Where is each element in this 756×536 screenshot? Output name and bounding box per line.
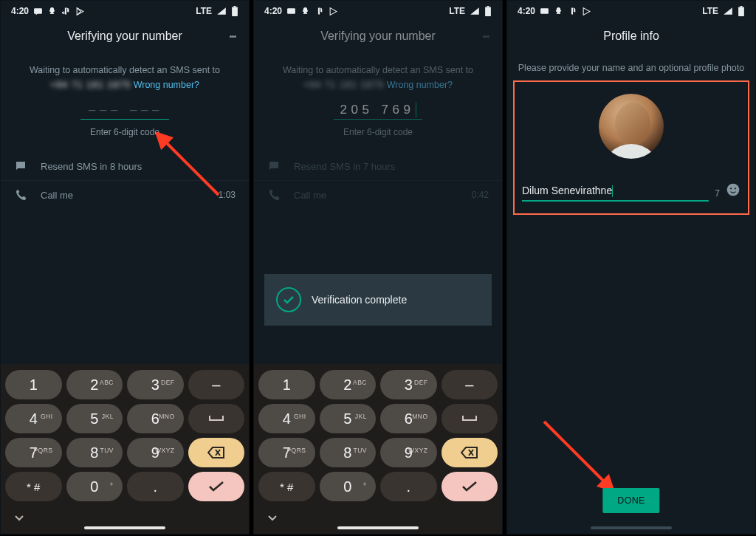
network-label: LTE: [702, 6, 718, 16]
clock: 4:20: [518, 6, 535, 16]
key-0[interactable]: 0+: [66, 472, 123, 501]
call-me-row[interactable]: Call me 1:03: [1, 180, 249, 209]
status-bar: 4:20 LTE: [254, 1, 502, 21]
key-9[interactable]: 9WXYZ: [380, 438, 437, 467]
wrong-number-link[interactable]: Wrong number?: [134, 80, 199, 90]
key-symbols[interactable]: * #: [5, 472, 62, 501]
network-label: LTE: [196, 6, 212, 16]
key-space[interactable]: [188, 404, 245, 433]
key-7[interactable]: 7PQRS: [258, 438, 315, 467]
key-2[interactable]: 2ABC: [320, 370, 377, 399]
svg-rect-7: [540, 8, 549, 14]
done-button[interactable]: DONE: [602, 488, 659, 513]
key-confirm[interactable]: [188, 472, 245, 501]
svg-rect-9: [740, 6, 742, 7]
annotation-highlight-box: Dilum Senevirathne 7: [513, 80, 749, 215]
emoji-picker-icon[interactable]: [726, 182, 740, 202]
key-1[interactable]: 1: [258, 370, 315, 399]
clock: 4:20: [11, 6, 29, 16]
code-hint: Enter 6-digit code: [1, 127, 249, 137]
svg-rect-5: [485, 7, 491, 16]
key-7[interactable]: 7PQRS: [5, 438, 62, 467]
header: Verifying your number: [1, 21, 249, 51]
clock: 4:20: [264, 6, 282, 16]
verification-toast: Verification complete: [264, 274, 492, 326]
key-period[interactable]: .: [127, 472, 184, 501]
key-5[interactable]: 5JKL: [320, 404, 377, 433]
resend-sms-row: Resend SMS in 7 hours: [254, 152, 502, 180]
snapchat-icon: [47, 7, 57, 16]
key-2[interactable]: 2ABC: [66, 370, 123, 399]
screen-verify-complete: 4:20 LTE Verifying your number Waiting t…: [253, 0, 503, 535]
key-symbols[interactable]: * #: [258, 472, 315, 501]
key-1[interactable]: 1: [5, 370, 62, 399]
svg-rect-0: [34, 8, 42, 14]
ps-icon: [568, 7, 577, 16]
svg-rect-8: [738, 7, 744, 16]
page-title: Verifying your number: [320, 30, 436, 43]
battery-icon: [231, 6, 238, 16]
key-confirm[interactable]: [441, 472, 498, 501]
key-0[interactable]: 0+: [320, 472, 377, 501]
key-6[interactable]: 6MNO: [380, 404, 437, 433]
phone-icon: [14, 188, 27, 202]
svg-point-12: [735, 188, 736, 189]
key-space[interactable]: [441, 404, 498, 433]
key-dash[interactable]: –: [188, 370, 245, 399]
code-input[interactable]: 205 769: [334, 103, 422, 120]
play-icon: [75, 7, 85, 16]
key-8[interactable]: 8TUV: [66, 438, 123, 467]
wrong-number-link[interactable]: Wrong number?: [387, 80, 453, 90]
key-3[interactable]: 3DEF: [380, 370, 437, 399]
keyboard-collapse-icon[interactable]: [14, 512, 24, 525]
svg-rect-6: [487, 6, 489, 7]
header: Verifying your number: [254, 21, 502, 51]
header: Profile info: [507, 21, 755, 51]
nav-bar: [591, 526, 672, 529]
key-9[interactable]: 9WXYZ: [127, 438, 184, 467]
check-icon: [461, 481, 478, 492]
sms-icon: [267, 159, 281, 173]
key-backspace[interactable]: [441, 438, 498, 467]
waiting-text: Waiting to automatically detect an SMS s…: [254, 63, 502, 92]
backspace-icon: [461, 447, 478, 458]
name-input[interactable]: Dilum Senevirathne: [522, 185, 709, 202]
msg-icon: [540, 7, 549, 16]
key-5[interactable]: 5JKL: [66, 404, 123, 433]
overflow-menu-icon[interactable]: [222, 26, 243, 47]
page-title: Verifying your number: [67, 30, 182, 43]
overflow-menu-icon[interactable]: [475, 26, 496, 47]
sms-icon: [14, 159, 27, 173]
signal-icon: [723, 7, 733, 16]
call-me-row: Call me 0:42: [254, 180, 502, 209]
network-label: LTE: [449, 6, 465, 16]
ps-icon: [61, 7, 71, 16]
waiting-text: Waiting to automatically detect an SMS s…: [1, 63, 249, 92]
key-3[interactable]: 3DEF: [127, 370, 184, 399]
code-input[interactable]: ––– –––: [80, 103, 169, 120]
checkmark-circle-icon: [276, 287, 301, 312]
code-hint: Enter 6-digit code: [254, 127, 502, 137]
key-4[interactable]: 4GHI: [258, 404, 315, 433]
backspace-icon: [207, 447, 225, 458]
check-icon: [208, 481, 224, 492]
keyboard-collapse-icon[interactable]: [267, 512, 278, 525]
phone-number-masked: +94 71 181 1875: [303, 80, 384, 90]
signal-icon: [216, 7, 227, 16]
svg-rect-2: [233, 6, 236, 7]
key-period[interactable]: .: [380, 472, 437, 501]
phone-number-masked: +94 71 181 1875: [50, 80, 131, 90]
msg-icon: [33, 7, 43, 16]
screen-verify-empty: 4:20 LTE Verifying your number Waiting t…: [0, 0, 250, 535]
profile-avatar[interactable]: [599, 94, 664, 159]
battery-icon: [484, 6, 492, 16]
key-4[interactable]: 4GHI: [5, 404, 62, 433]
nav-bar: [337, 526, 419, 529]
key-dash[interactable]: –: [441, 370, 498, 399]
key-6[interactable]: 6MNO: [127, 404, 184, 433]
key-backspace[interactable]: [188, 438, 245, 467]
phone-icon: [267, 188, 281, 202]
key-8[interactable]: 8TUV: [320, 438, 377, 467]
char-counter: 7: [715, 188, 720, 202]
ps-icon: [315, 7, 324, 16]
